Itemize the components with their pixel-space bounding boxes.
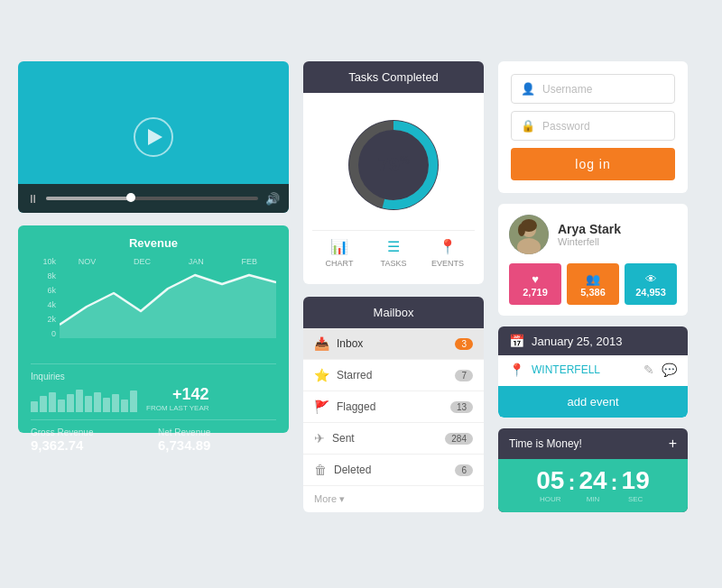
avatar-svg: [509, 215, 549, 254]
username-field[interactable]: 👤 Username: [511, 74, 675, 104]
bar-9: [103, 398, 110, 412]
profile-card: Arya Stark Winterfell ♥ 2,719 👥 5,386 👁 …: [498, 204, 688, 316]
sent-badge: 284: [445, 433, 473, 445]
y-axis-labels: 0 2k 4k 6k 8k 10k: [31, 257, 56, 338]
password-field[interactable]: 🔒 Password: [511, 111, 675, 141]
login-card: 👤 Username 🔒 Password log in: [498, 61, 688, 193]
pause-icon[interactable]: ⏸: [27, 192, 39, 206]
bar-1: [31, 401, 38, 412]
calendar-date: January 25, 2013: [532, 335, 622, 348]
mail-item-flagged[interactable]: 🚩 Flagged 13: [303, 391, 484, 423]
chat-icon[interactable]: 💬: [662, 363, 677, 377]
inbox-icon: 📥: [314, 336, 329, 351]
volume-icon[interactable]: 🔊: [265, 192, 280, 206]
login-button[interactable]: log in: [511, 148, 675, 180]
calendar-card: 📅 January 25, 2013 📍 WINTERFELL ✎ 💬 add …: [498, 326, 688, 418]
tab-events[interactable]: 📍 EVENTS: [421, 231, 475, 275]
calendar-header: 📅 January 25, 2013: [498, 326, 688, 355]
flagged-label: Flagged: [337, 400, 443, 413]
chart-area: 0 2k 4k 6k 8k 10k NOV DEC JAN FEB: [31, 257, 276, 356]
tasks-tabs: 📊 CHART ☰ TASKS 📍 EVENTS: [312, 230, 475, 275]
gross-revenue: Gross Revenue 9,362.74: [31, 427, 149, 453]
heart-count: 2,719: [513, 287, 558, 298]
flagged-icon: 🚩: [314, 400, 329, 414]
mailbox-card: Mailbox 📥 Inbox 3 ⭐ Starred 7 🚩 Flagged …: [303, 297, 484, 512]
gross-label: Gross Revenue: [31, 427, 149, 437]
profile-name: Arya Stark: [558, 222, 621, 236]
deleted-label: Deleted: [334, 464, 448, 476]
tab-chart[interactable]: 📊 CHART: [312, 231, 366, 275]
bar-4: [58, 400, 65, 412]
starred-label: Starred: [337, 369, 448, 381]
mail-item-deleted[interactable]: 🗑 Deleted 6: [303, 455, 484, 486]
tasks-body: 79% 📊 CHART ☰ TASKS 📍 EVENTS: [303, 93, 484, 284]
mail-item-inbox[interactable]: 📥 Inbox 3: [303, 328, 484, 360]
hours-value: 05: [536, 468, 564, 493]
mail-item-starred[interactable]: ⭐ Starred 7: [303, 360, 484, 391]
minutes-value: 24: [579, 468, 606, 493]
left-column: ⏸ 🔊 Revenue 0 2k 4k 6k 8k 10k: [18, 61, 289, 512]
lock-icon: 🔒: [521, 119, 535, 133]
right-column: 👤 Username 🔒 Password log in: [498, 61, 688, 512]
profile-stats: ♥ 2,719 👥 5,386 👁 24,953: [509, 263, 677, 305]
inquiries-sub: FROM LAST YEAR: [146, 404, 209, 412]
friends-icon: 👥: [586, 272, 600, 286]
seconds-value: 19: [622, 468, 650, 493]
user-icon: 👤: [521, 82, 535, 96]
play-icon: [148, 129, 162, 145]
username-placeholder: Username: [542, 83, 592, 96]
stat-eye[interactable]: 👁 24,953: [625, 263, 677, 305]
stat-friends[interactable]: 👥 5,386: [567, 263, 619, 305]
inquiries-count: +142: [146, 385, 209, 404]
profile-location: Winterfell: [558, 236, 621, 247]
y-label-2k: 2k: [31, 315, 56, 324]
timer-card: Time is Money! + 05 HOUR : 24 MIN : 19 S…: [498, 428, 688, 512]
mailbox-header: Mailbox: [303, 297, 484, 328]
bar-6: [76, 390, 83, 412]
bar-10: [112, 394, 119, 412]
sent-label: Sent: [332, 432, 438, 445]
starred-badge: 7: [455, 370, 473, 381]
deleted-badge: 6: [455, 464, 473, 476]
video-controls: ⏸ 🔊: [18, 184, 289, 213]
mail-item-sent[interactable]: ✈ Sent 284: [303, 423, 484, 455]
calendar-body: 📍 WINTERFELL ✎ 💬: [498, 355, 688, 384]
svg-point-7: [518, 224, 525, 236]
y-label-8k: 8k: [31, 271, 56, 280]
events-icon: 📍: [439, 238, 457, 255]
add-event-button[interactable]: add event: [498, 386, 688, 418]
seconds-label: SEC: [628, 495, 643, 503]
bar-12: [130, 390, 137, 412]
play-button[interactable]: [134, 117, 173, 157]
eye-count: 24,953: [628, 287, 673, 298]
stat-heart[interactable]: ♥ 2,719: [509, 263, 561, 305]
hours-label: HOUR: [540, 495, 561, 503]
edit-icon[interactable]: ✎: [643, 363, 654, 377]
bar-2: [40, 396, 47, 412]
tasks-header: Tasks Completed: [303, 61, 484, 93]
tasks-card: Tasks Completed 79%: [303, 61, 484, 284]
calendar-actions: ✎ 💬: [643, 363, 677, 377]
colon-1: :: [568, 470, 575, 495]
flagged-badge: 13: [450, 401, 473, 413]
bar-3: [49, 392, 56, 412]
bar-8: [94, 392, 101, 412]
deleted-icon: 🗑: [314, 463, 327, 477]
mailbox-more[interactable]: More ▾: [303, 486, 484, 512]
net-value: 6,734.89: [158, 437, 276, 453]
timer-minutes: 24 MIN: [579, 468, 606, 503]
chart-icon: 📊: [330, 238, 348, 255]
timer-display: 05 HOUR : 24 MIN : 19 SEC: [498, 459, 688, 512]
inquiry-bars: [31, 387, 137, 412]
revenue-card: Revenue 0 2k 4k 6k 8k 10k NOV DEC JA: [18, 225, 289, 433]
inquiries-section: Inquiries: [31, 363, 276, 412]
bar-11: [121, 400, 128, 412]
colon-2: :: [611, 470, 618, 495]
video-player: ⏸ 🔊: [18, 61, 289, 213]
timer-hours: 05 HOUR: [536, 468, 564, 503]
progress-bar[interactable]: [46, 197, 258, 200]
revenue-totals: Gross Revenue 9,362.74 Net Revenue 6,734…: [31, 419, 276, 453]
location-icon: 📍: [509, 363, 524, 377]
timer-plus-button[interactable]: +: [669, 436, 677, 452]
tab-tasks[interactable]: ☰ TASKS: [366, 231, 421, 275]
